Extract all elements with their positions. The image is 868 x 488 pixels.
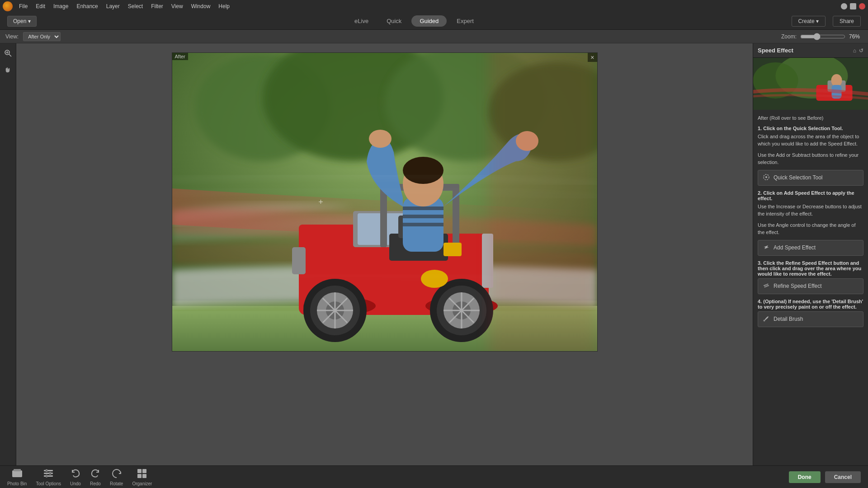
zoom-label: Zoom: — [781, 33, 797, 40]
create-label: Create — [798, 18, 815, 24]
zoom-tool[interactable] — [2, 47, 14, 60]
create-chevron-icon: ▾ — [816, 18, 819, 24]
tool-options-tool[interactable]: Tool Options — [36, 468, 61, 486]
image-container: After × — [172, 52, 598, 352]
svg-rect-40 — [443, 243, 462, 256]
refine-speed-effect-button[interactable]: Refine Speed Effect — [758, 278, 863, 294]
bottom-bar: Photo Bin Tool Options — [0, 465, 868, 488]
rotate-tool[interactable]: Rotate — [110, 468, 123, 486]
svg-point-70 — [49, 472, 52, 474]
app-logo — [3, 1, 13, 11]
svg-rect-45 — [403, 223, 443, 226]
step1-title: 1. Click on the Quick Selection Tool. — [758, 126, 863, 131]
svg-rect-72 — [137, 469, 142, 473]
svg-rect-65 — [14, 469, 21, 471]
photo-image — [172, 53, 597, 351]
done-button[interactable]: Done — [789, 471, 821, 483]
window-maximize[interactable] — [850, 3, 856, 9]
bottom-tools: Photo Bin Tool Options — [7, 468, 152, 486]
view-label: View: — [5, 33, 19, 40]
menu-view[interactable]: View — [168, 2, 187, 10]
svg-point-58 — [831, 74, 842, 87]
panel-refresh-icon[interactable]: ↺ — [859, 47, 863, 54]
menu-bar: File Edit Image Enhance Layer Select Fil… — [0, 0, 868, 13]
open-chevron-icon: ▾ — [28, 18, 31, 24]
step4-title: 4. (Optional) If needed, use the 'Detail… — [758, 299, 863, 310]
cancel-button[interactable]: Cancel — [825, 471, 861, 483]
undo-icon — [70, 468, 81, 480]
redo-icon — [90, 468, 101, 480]
svg-point-47 — [403, 157, 443, 184]
svg-point-61 — [765, 176, 767, 178]
main-content: After × — [0, 43, 868, 465]
window-minimize[interactable] — [841, 3, 847, 9]
view-select[interactable]: After Only — [23, 32, 61, 41]
tab-expert[interactable]: Expert — [448, 15, 482, 27]
svg-rect-64 — [12, 470, 22, 477]
organizer-tool[interactable]: Organizer — [132, 468, 152, 486]
open-button[interactable]: Open ▾ — [7, 16, 37, 27]
menu-layer[interactable]: Layer — [103, 2, 123, 10]
detail-brush-label: Detail Brush — [774, 316, 803, 322]
svg-point-63 — [764, 319, 765, 321]
menu-image[interactable]: Image — [50, 2, 72, 10]
step3-title: 3. Click the Refine Speed Effect button … — [758, 260, 863, 277]
step2-detail2: Use the Angle control to change the angl… — [758, 221, 863, 236]
detail-brush-icon — [763, 315, 770, 324]
mode-tabs: eLive Quick Guided Expert — [346, 15, 482, 27]
redo-label: Redo — [90, 481, 101, 486]
canvas-area: After × — [16, 43, 753, 465]
menu-help[interactable]: Help — [215, 2, 233, 10]
rotate-label: Rotate — [110, 481, 123, 486]
menu-edit[interactable]: Edit — [32, 2, 49, 10]
menu-select[interactable]: Select — [124, 2, 146, 10]
quick-selection-icon — [763, 174, 770, 182]
create-button[interactable]: Create ▾ — [792, 16, 826, 27]
menu-filter[interactable]: Filter — [147, 2, 167, 10]
left-toolbar — [0, 43, 16, 465]
add-speed-icon — [763, 244, 770, 252]
tool-options-icon — [43, 468, 54, 480]
menu-window[interactable]: Window — [188, 2, 214, 10]
refine-speed-icon — [763, 282, 770, 291]
svg-rect-74 — [137, 474, 142, 478]
photo-bin-tool[interactable]: Photo Bin — [7, 468, 27, 486]
add-speed-label: Add Speed Effect — [774, 244, 816, 251]
redo-tool[interactable]: Redo — [90, 468, 101, 486]
tab-elive[interactable]: eLive — [346, 15, 377, 27]
tab-quick[interactable]: Quick — [378, 15, 410, 27]
svg-rect-73 — [142, 469, 146, 473]
undo-tool[interactable]: Undo — [70, 468, 81, 486]
photo-canvas: + — [172, 53, 597, 351]
detail-brush-button[interactable]: Detail Brush — [758, 311, 863, 327]
panel-home-icon[interactable]: ⌂ — [853, 47, 856, 54]
panel-content: After (Roll over to see Before) 1. Click… — [753, 110, 868, 336]
share-button[interactable]: Share — [833, 16, 861, 27]
menu-enhance[interactable]: Enhance — [73, 2, 101, 10]
step2-detail: Use the Increase or Decrease buttons to … — [758, 203, 863, 218]
svg-rect-50 — [489, 53, 597, 351]
svg-point-41 — [421, 270, 448, 288]
add-speed-effect-button[interactable]: Add Speed Effect — [758, 240, 863, 256]
mode-bar: Open ▾ eLive Quick Guided Expert Create … — [0, 13, 868, 30]
quick-selection-label: Quick Selection Tool — [774, 174, 823, 181]
svg-point-53 — [753, 62, 798, 99]
zoom-slider[interactable] — [800, 33, 845, 40]
svg-rect-43 — [403, 206, 443, 210]
rollover-text: After (Roll over to see Before) — [758, 114, 863, 122]
panel-title: Speed Effect — [758, 47, 793, 54]
undo-label: Undo — [70, 481, 81, 486]
open-label: Open — [13, 18, 26, 24]
svg-rect-44 — [403, 215, 443, 218]
svg-line-1 — [9, 54, 11, 56]
close-image-button[interactable]: × — [588, 53, 597, 62]
window-close[interactable] — [859, 3, 865, 9]
quick-selection-button[interactable]: Quick Selection Tool — [758, 170, 863, 186]
organizer-label: Organizer — [132, 481, 152, 486]
tab-guided[interactable]: Guided — [411, 15, 447, 27]
menu-file[interactable]: File — [15, 2, 31, 10]
panel-header: Speed Effect ⌂ ↺ — [753, 43, 868, 58]
hand-tool[interactable] — [2, 62, 14, 75]
zoom-area: Zoom: 76% — [781, 33, 863, 40]
photo-bin-icon — [12, 468, 23, 480]
